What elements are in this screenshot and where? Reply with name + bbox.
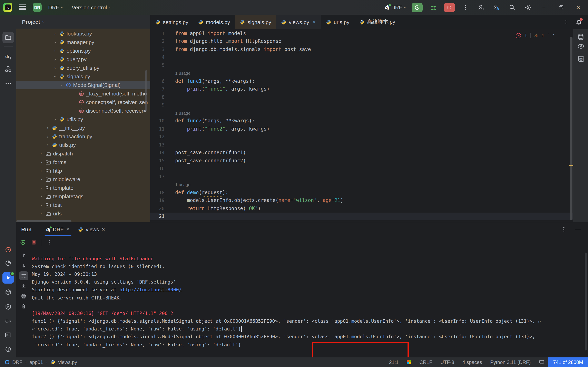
tree-item[interactable]: ›manager.py bbox=[16, 38, 150, 47]
vcs-menu[interactable]: Version control› bbox=[69, 3, 113, 12]
prev-problem-icon[interactable]: ˄ bbox=[548, 33, 549, 38]
hide-panel-icon[interactable]: — bbox=[575, 226, 581, 233]
chevron-collapsed-icon[interactable]: › bbox=[46, 134, 50, 139]
minimize-button[interactable]: – bbox=[538, 4, 550, 10]
chevron-collapsed-icon[interactable]: › bbox=[39, 160, 43, 164]
line-number[interactable]: 20 bbox=[150, 204, 168, 212]
tree-item[interactable]: ›test bbox=[16, 201, 150, 209]
warning-stripe-mark[interactable] bbox=[569, 165, 573, 166]
tree-item[interactable]: ›http bbox=[16, 167, 150, 175]
scroll-to-end-icon[interactable] bbox=[19, 282, 28, 291]
run-options-icon[interactable] bbox=[561, 226, 567, 232]
run-panel-title[interactable]: Run bbox=[21, 226, 32, 232]
chevron-collapsed-icon[interactable]: › bbox=[53, 66, 57, 70]
tree-item[interactable]: mdisconnect(self, receiver= bbox=[16, 107, 150, 115]
editor-tab-settings-py[interactable]: settings.py bbox=[150, 15, 193, 29]
line-number[interactable]: 16 bbox=[150, 165, 168, 173]
usage-inlay-row[interactable]: 1 usage bbox=[150, 109, 573, 117]
stop-button[interactable] bbox=[444, 3, 455, 12]
file-encoding[interactable]: UTF-8 bbox=[436, 357, 458, 367]
line-number[interactable]: 14 bbox=[150, 149, 168, 157]
line-number[interactable]: 8 bbox=[150, 93, 168, 101]
tree-item[interactable]: m_lazy_method(self, metho bbox=[16, 89, 150, 98]
down-arrow-icon[interactable] bbox=[19, 261, 28, 270]
chevron-collapsed-icon[interactable]: › bbox=[53, 57, 57, 62]
run-tab-views[interactable]: views✕ bbox=[74, 222, 109, 236]
breadcrumb[interactable]: DRF › app01 › views.py bbox=[0, 359, 77, 365]
breadcrumb-file[interactable]: views.py bbox=[58, 359, 77, 365]
stop-icon[interactable] bbox=[31, 240, 37, 245]
rerun-button[interactable] bbox=[412, 3, 423, 12]
line-number[interactable]: 9 bbox=[150, 101, 168, 109]
problems-icon[interactable] bbox=[2, 343, 14, 355]
line-separator[interactable]: CRLF bbox=[415, 357, 436, 367]
add-user-icon[interactable] bbox=[476, 2, 486, 12]
line-number[interactable]: 5 bbox=[150, 61, 168, 69]
chevron-collapsed-icon[interactable]: › bbox=[39, 177, 43, 182]
tree-item[interactable]: ›lookups.py bbox=[16, 29, 150, 38]
line-number[interactable]: 7 bbox=[150, 85, 168, 93]
editor-scrollbar[interactable] bbox=[570, 37, 572, 220]
code-editor[interactable]: 1from app01 import models2from django.ht… bbox=[150, 29, 573, 222]
documentation-icon[interactable]: A bbox=[575, 53, 586, 65]
settings-gear-icon[interactable] bbox=[523, 2, 532, 12]
tree-item[interactable]: ›query_utils.py bbox=[16, 64, 150, 72]
run-console[interactable]: Watching for file changes with StatReloa… bbox=[16, 249, 588, 357]
tree-item[interactable]: ›utils.py bbox=[16, 115, 150, 124]
chevron-collapsed-icon[interactable]: › bbox=[53, 31, 57, 36]
chevron-collapsed-icon[interactable]: › bbox=[46, 143, 50, 147]
chevron-collapsed-icon[interactable]: › bbox=[46, 126, 50, 130]
screen-reader-icon[interactable] bbox=[535, 357, 548, 367]
tree-item[interactable]: ›templatetags bbox=[16, 192, 150, 201]
line-number[interactable]: 13 bbox=[150, 141, 168, 149]
chevron-collapsed-icon[interactable]: › bbox=[39, 194, 43, 199]
main-menu-icon[interactable] bbox=[19, 4, 26, 10]
editor-tab-views-py[interactable]: views.py✕ bbox=[276, 15, 321, 29]
translate-icon[interactable]: A bbox=[492, 2, 502, 12]
print-icon[interactable] bbox=[19, 292, 28, 301]
tree-item[interactable]: ›query.py bbox=[16, 55, 150, 64]
tree-item[interactable]: ›middleware bbox=[16, 175, 150, 184]
tree-item[interactable]: mconnect(self, receiver, sen bbox=[16, 98, 150, 107]
project-folder-icon[interactable] bbox=[2, 32, 14, 43]
line-number[interactable]: 6 bbox=[150, 77, 168, 85]
editor-tab-urls-py[interactable]: urls.py bbox=[321, 15, 354, 29]
tree-item[interactable]: ›CModelSignal(Signal) bbox=[16, 81, 150, 89]
tree-item[interactable]: ›urls bbox=[16, 209, 150, 218]
chevron-collapsed-icon[interactable]: › bbox=[39, 151, 43, 156]
console-link[interactable]: http://localhost:8000/ bbox=[119, 287, 182, 293]
endpoints-icon[interactable] bbox=[2, 315, 14, 327]
editor-tab--py[interactable]: 离线脚本.py bbox=[354, 15, 400, 29]
line-number[interactable] bbox=[150, 69, 168, 77]
line-number[interactable]: 18 bbox=[150, 189, 168, 196]
line-number[interactable]: 21 bbox=[150, 212, 168, 220]
up-arrow-icon[interactable] bbox=[19, 251, 28, 260]
python-packages-icon[interactable] bbox=[2, 286, 14, 298]
editor-tab-signals-py[interactable]: signals.py bbox=[235, 15, 276, 29]
debug-button[interactable] bbox=[428, 2, 438, 12]
soft-wrap-icon[interactable] bbox=[19, 271, 28, 280]
tree-item[interactable]: ›__init__.py bbox=[16, 124, 150, 132]
tree-item[interactable]: ›template bbox=[16, 184, 150, 192]
coverage-icon[interactable] bbox=[2, 258, 14, 269]
tree-item[interactable]: ›signals.py bbox=[16, 72, 150, 81]
line-number[interactable]: 2 bbox=[150, 37, 168, 45]
structure-icon[interactable] bbox=[2, 63, 14, 75]
line-number[interactable] bbox=[150, 181, 168, 189]
chevron-expanded-icon[interactable]: › bbox=[60, 83, 64, 87]
chevron-collapsed-icon[interactable]: › bbox=[53, 49, 57, 53]
usage-inlay-row[interactable]: 1 usage bbox=[150, 181, 573, 189]
tree-item[interactable]: ›transaction.py bbox=[16, 132, 150, 141]
chevron-collapsed-icon[interactable]: › bbox=[53, 117, 57, 122]
breadcrumb-project[interactable]: DRF bbox=[12, 359, 22, 365]
caret-position[interactable]: 21:1 bbox=[385, 357, 403, 367]
tab-list-icon[interactable] bbox=[563, 19, 569, 25]
line-number[interactable] bbox=[150, 109, 168, 117]
next-problem-icon[interactable]: ˅ bbox=[553, 33, 554, 38]
more-icon[interactable] bbox=[460, 2, 470, 12]
chevron-collapsed-icon[interactable]: › bbox=[39, 186, 43, 190]
project-panel-header[interactable]: Project › bbox=[16, 15, 150, 29]
chevron-collapsed-icon[interactable]: › bbox=[53, 40, 57, 44]
django-structure-icon[interactable]: di bbox=[2, 50, 14, 62]
python-interpreter[interactable]: Python 3.11 (DRF) bbox=[486, 357, 535, 367]
